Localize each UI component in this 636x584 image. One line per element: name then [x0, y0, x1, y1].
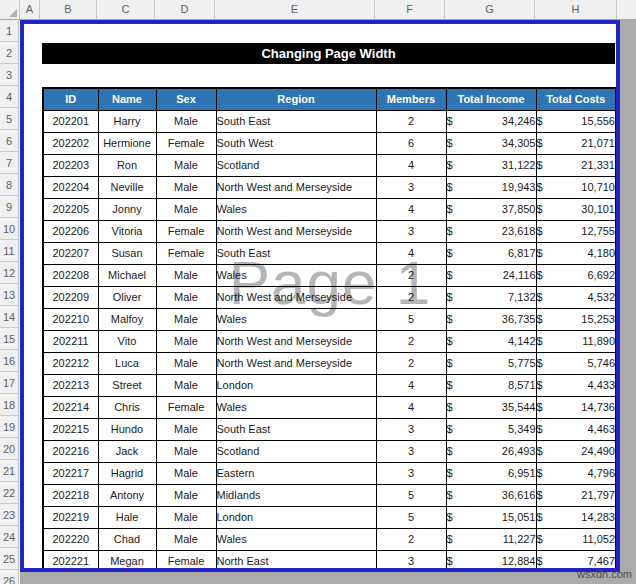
column-header-E[interactable]: E: [215, 0, 375, 19]
cell-name[interactable]: Megan: [98, 551, 156, 574]
cell-sex[interactable]: Male: [156, 111, 216, 133]
cell-total-costs[interactable]: $15,556: [536, 111, 616, 133]
cell-region[interactable]: North West and Merseyside: [216, 287, 376, 309]
cell-members[interactable]: 5: [376, 309, 446, 331]
cell-id[interactable]: 202213: [43, 375, 98, 397]
cell-name[interactable]: Luca: [98, 353, 156, 375]
cell-total-income[interactable]: $4,142: [446, 331, 536, 353]
cell-id[interactable]: 202207: [43, 243, 98, 265]
row-header-2[interactable]: 2: [0, 42, 19, 64]
cell-region[interactable]: Wales: [216, 529, 376, 551]
cell-sex[interactable]: Male: [156, 463, 216, 485]
cell-region[interactable]: South East: [216, 111, 376, 133]
row-header-7[interactable]: 7: [0, 152, 19, 174]
cell-name[interactable]: Vitoria: [98, 221, 156, 243]
cell-sex[interactable]: Male: [156, 353, 216, 375]
cell-total-costs[interactable]: $4,796: [536, 463, 616, 485]
cell-id[interactable]: 202209: [43, 287, 98, 309]
row-header-15[interactable]: 15: [0, 328, 19, 350]
cell-id[interactable]: 202205: [43, 199, 98, 221]
row-header-16[interactable]: 16: [0, 350, 19, 372]
cell-region[interactable]: North West and Merseyside: [216, 331, 376, 353]
row-header-17[interactable]: 17: [0, 372, 19, 394]
cell-members[interactable]: 4: [376, 199, 446, 221]
cell-sex[interactable]: Male: [156, 419, 216, 441]
cell-members[interactable]: 3: [376, 419, 446, 441]
cell-members[interactable]: 3: [376, 551, 446, 574]
row-header-25[interactable]: 25: [0, 548, 19, 570]
cell-sex[interactable]: Male: [156, 177, 216, 199]
cell-sex[interactable]: Female: [156, 133, 216, 155]
cell-name[interactable]: Hermione: [98, 133, 156, 155]
cell-id[interactable]: 202214: [43, 397, 98, 419]
select-all-corner[interactable]: [0, 0, 20, 19]
cell-id[interactable]: 202211: [43, 331, 98, 353]
cell-name[interactable]: Hundo: [98, 419, 156, 441]
row-header-26[interactable]: 26: [0, 570, 19, 584]
cell-total-costs[interactable]: $21,331: [536, 155, 616, 177]
cell-name[interactable]: Hale: [98, 507, 156, 529]
cell-sex[interactable]: Male: [156, 199, 216, 221]
cell-region[interactable]: North East: [216, 551, 376, 574]
cell-members[interactable]: 3: [376, 463, 446, 485]
cell-members[interactable]: 5: [376, 485, 446, 507]
cell-sex[interactable]: Male: [156, 529, 216, 551]
cell-sex[interactable]: Female: [156, 243, 216, 265]
cell-members[interactable]: 5: [376, 507, 446, 529]
row-header-6[interactable]: 6: [0, 130, 19, 152]
cell-sex[interactable]: Male: [156, 287, 216, 309]
cell-sex[interactable]: Male: [156, 331, 216, 353]
row-header-14[interactable]: 14: [0, 306, 19, 328]
cell-name[interactable]: Street: [98, 375, 156, 397]
cell-total-income[interactable]: $35,544: [446, 397, 536, 419]
cell-region[interactable]: North West and Merseyside: [216, 177, 376, 199]
cell-total-costs[interactable]: $11,890: [536, 331, 616, 353]
row-header-4[interactable]: 4: [0, 86, 19, 108]
cell-sex[interactable]: Male: [156, 485, 216, 507]
cell-total-income[interactable]: $5,349: [446, 419, 536, 441]
cell-name[interactable]: Chad: [98, 529, 156, 551]
cell-region[interactable]: London: [216, 375, 376, 397]
cell-region[interactable]: Wales: [216, 397, 376, 419]
cell-total-costs[interactable]: $21,071: [536, 133, 616, 155]
cell-name[interactable]: Jack: [98, 441, 156, 463]
cell-members[interactable]: 3: [376, 441, 446, 463]
row-header-3[interactable]: 3: [0, 64, 19, 86]
cell-id[interactable]: 202217: [43, 463, 98, 485]
cell-sex[interactable]: Female: [156, 397, 216, 419]
cell-id[interactable]: 202208: [43, 265, 98, 287]
cell-members[interactable]: 2: [376, 265, 446, 287]
cell-total-income[interactable]: $12,884: [446, 551, 536, 574]
cell-total-costs[interactable]: $15,253: [536, 309, 616, 331]
cell-region[interactable]: South East: [216, 243, 376, 265]
cell-id[interactable]: 202201: [43, 111, 98, 133]
cell-members[interactable]: 2: [376, 287, 446, 309]
row-header-21[interactable]: 21: [0, 460, 19, 482]
cell-total-income[interactable]: $34,305: [446, 133, 536, 155]
cell-id[interactable]: 202216: [43, 441, 98, 463]
cell-total-costs[interactable]: $14,736: [536, 397, 616, 419]
cell-total-income[interactable]: $7,132: [446, 287, 536, 309]
cell-id[interactable]: 202202: [43, 133, 98, 155]
cell-name[interactable]: Oliver: [98, 287, 156, 309]
cell-total-costs[interactable]: $4,180: [536, 243, 616, 265]
cell-region[interactable]: North West and Merseyside: [216, 221, 376, 243]
cell-region[interactable]: South East: [216, 419, 376, 441]
cell-region[interactable]: Wales: [216, 265, 376, 287]
cell-members[interactable]: 4: [376, 397, 446, 419]
row-header-1[interactable]: 1: [0, 20, 19, 42]
cell-total-costs[interactable]: $21,797: [536, 485, 616, 507]
cell-region[interactable]: Scotland: [216, 441, 376, 463]
row-header-18[interactable]: 18: [0, 394, 19, 416]
row-header-5[interactable]: 5: [0, 108, 19, 130]
row-header-9[interactable]: 9: [0, 196, 19, 218]
cell-name[interactable]: Hagrid: [98, 463, 156, 485]
cell-name[interactable]: Susan: [98, 243, 156, 265]
cell-id[interactable]: 202218: [43, 485, 98, 507]
cell-members[interactable]: 4: [376, 155, 446, 177]
cell-sex[interactable]: Male: [156, 441, 216, 463]
cell-total-income[interactable]: $8,571: [446, 375, 536, 397]
cell-members[interactable]: 2: [376, 331, 446, 353]
cell-region[interactable]: Eastern: [216, 463, 376, 485]
cell-total-income[interactable]: $5,775: [446, 353, 536, 375]
